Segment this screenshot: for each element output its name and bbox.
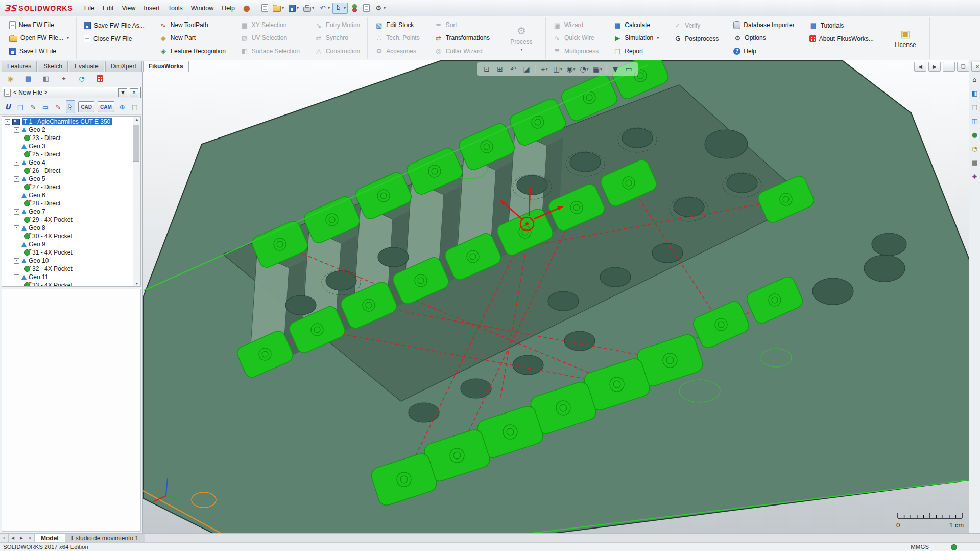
material-button[interactable]: ● — [970, 130, 979, 139]
propertymanager-tab-button[interactable]: ▤ — [23, 73, 33, 83]
save-fw-file-button[interactable]: Save FW File — [7, 45, 71, 57]
dropdown-chevron-icon[interactable]: ▾ — [282, 6, 284, 10]
save-button[interactable]: ▾ — [286, 3, 301, 13]
menu-window[interactable]: Window — [187, 3, 218, 14]
hole[interactable] — [461, 379, 491, 398]
appearance-pane-button[interactable]: ◔ — [970, 144, 979, 153]
feature-recognition-button[interactable]: ◈Feature Recognition — [157, 45, 228, 57]
new-document-button[interactable] — [259, 3, 270, 13]
tree-row[interactable]: 32 - 4X Pocket — [2, 265, 132, 273]
tree-row[interactable]: 30 - 4X Pocket — [2, 232, 132, 240]
scroll-down-icon[interactable]: ▼ — [135, 282, 139, 285]
scene-pane-button[interactable]: ▦ — [970, 157, 979, 167]
dropdown-chevron-icon[interactable]: ▾ — [545, 67, 547, 72]
expand-toggle-icon[interactable]: - — [14, 258, 19, 264]
menu-help[interactable]: Help — [218, 3, 239, 14]
tree-row[interactable]: 23 - Direct — [2, 134, 132, 142]
hole[interactable] — [326, 271, 356, 290]
scroll-up-icon[interactable]: ▲ — [135, 118, 139, 121]
tree-row[interactable]: 28 - Direct — [2, 199, 132, 208]
split-view-button[interactable]: ◫ — [970, 116, 979, 125]
dimxpertmanager-tab-button[interactable]: ⌖ — [59, 73, 69, 83]
tree-row[interactable]: -Geo 7 — [2, 208, 132, 216]
hole[interactable] — [872, 233, 906, 256]
previous-view-button[interactable]: ↶ — [507, 63, 519, 75]
save-fw-file-as-button[interactable]: Save FW File As... — [81, 19, 147, 32]
featuremanager-tab-button[interactable]: ◉ — [5, 73, 15, 83]
new-fw-file-button[interactable]: New FW File — [7, 19, 71, 31]
file-properties-button[interactable] — [361, 3, 372, 13]
new-toolpath-button[interactable]: ∿New ToolPath — [157, 19, 228, 31]
hole[interactable] — [513, 355, 543, 375]
open-fw-file-button[interactable]: Open FW File...▾ — [7, 32, 71, 44]
annotate-button[interactable]: ✎ — [53, 100, 63, 113]
expand-toggle-icon[interactable]: - — [14, 176, 19, 182]
calculate-button[interactable]: ▦Calculate — [611, 19, 661, 31]
database-importer-button[interactable]: Database Importer — [731, 19, 797, 31]
tab-scroll-button-1[interactable]: ◀ — [9, 534, 17, 542]
tree-row[interactable]: -Geo 5 — [2, 175, 132, 183]
expand-toggle-icon[interactable]: - — [14, 274, 19, 280]
hole[interactable] — [622, 128, 653, 148]
menu-file[interactable]: File — [80, 3, 99, 14]
hole[interactable] — [548, 291, 579, 311]
tree-row[interactable]: -Geo 10 — [2, 257, 132, 265]
hole[interactable] — [705, 130, 748, 158]
sheet-button[interactable]: ▤ — [130, 100, 139, 113]
tree-row[interactable]: 25 - Direct — [2, 150, 132, 158]
hole[interactable] — [674, 197, 704, 217]
tree-row[interactable]: -Geo 4 — [2, 158, 132, 167]
help-button[interactable]: ?Help — [731, 45, 797, 57]
model-tab-model[interactable]: Model — [35, 534, 65, 542]
pages-button[interactable]: ▤ — [970, 102, 979, 111]
model-tab-estudio-de-movimiento-1[interactable]: Estudio de movimiento 1 — [65, 534, 145, 542]
units-selector[interactable]: MMGS — [911, 544, 929, 550]
menu-view[interactable]: View — [117, 3, 139, 14]
tab-scroll-button-0[interactable]: « — [0, 534, 9, 542]
expand-toggle-icon[interactable]: - — [14, 225, 19, 231]
dropdown-chevron-icon[interactable]: ▾ — [328, 6, 330, 10]
view-pane-button[interactable]: ◧ — [970, 88, 979, 98]
tree-row[interactable]: -Geo 9 — [2, 240, 132, 248]
tree-row[interactable]: 33 - 4X Pocket — [2, 281, 132, 286]
tree-row[interactable]: 31 - 4X Pocket — [2, 248, 132, 257]
transformations-button[interactable]: ⇄Transformations — [432, 32, 492, 44]
display-options-button[interactable]: ▭ — [41, 100, 51, 113]
tree-row[interactable]: -Geo 11 — [2, 273, 132, 281]
tree-row[interactable]: -T 1 - AgieCharmilles CUT E 350 — [2, 118, 132, 126]
options-button[interactable]: ⚙▾ — [372, 3, 388, 14]
expand-toggle-icon[interactable]: - — [5, 119, 10, 125]
dropdown-chevron-icon[interactable]: ▾ — [587, 67, 589, 72]
doc-restore-button[interactable]: ❏ — [957, 62, 969, 72]
expand-toggle-icon[interactable]: - — [14, 242, 19, 247]
hole[interactable] — [378, 247, 409, 267]
tab-evaluate[interactable]: Evaluate — [69, 61, 104, 72]
new-part-button[interactable]: ◆New Part — [157, 32, 228, 44]
displaymanager-tab-button[interactable]: ◔ — [77, 73, 87, 83]
hole[interactable] — [285, 295, 316, 315]
menu-edit[interactable]: Edit — [99, 3, 118, 14]
tutorials-button[interactable]: ▤Tutorials — [807, 19, 876, 32]
fikusworksmanager-tab-button[interactable] — [94, 73, 105, 83]
view-orientation-button[interactable]: ⌖▾ — [538, 63, 551, 75]
cad-button[interactable]: CAD — [78, 101, 94, 112]
menu-insert[interactable]: Insert — [139, 3, 163, 14]
select-tool-button[interactable] — [66, 100, 76, 113]
expand-toggle-icon[interactable]: - — [14, 160, 19, 166]
tree-row[interactable]: 29 - 4X Pocket — [2, 216, 132, 224]
viewport-canvas[interactable] — [143, 60, 969, 533]
doc-minimize-button[interactable]: — — [943, 62, 955, 72]
machine-list-button[interactable]: ▤ — [16, 100, 26, 113]
hole[interactable] — [812, 278, 853, 305]
configurationmanager-tab-button[interactable]: ◧ — [41, 73, 51, 83]
settings-pane-button[interactable]: ◈ — [970, 171, 979, 180]
close-fw-file-button[interactable]: Close FW File — [81, 32, 147, 45]
section-view-button[interactable]: ◪ — [520, 63, 533, 75]
hole[interactable] — [570, 152, 601, 172]
tree-row[interactable]: 27 - Direct — [2, 183, 132, 191]
pin-menu-icon[interactable]: ⬤ — [243, 5, 250, 12]
home-button[interactable]: ⌂ — [970, 75, 979, 84]
dropdown-chevron-icon[interactable]: ▾ — [657, 36, 659, 40]
edit-stock-button[interactable]: ▧Edit Stock — [372, 19, 422, 31]
apply-scene-button[interactable]: ▦▾ — [591, 63, 604, 75]
